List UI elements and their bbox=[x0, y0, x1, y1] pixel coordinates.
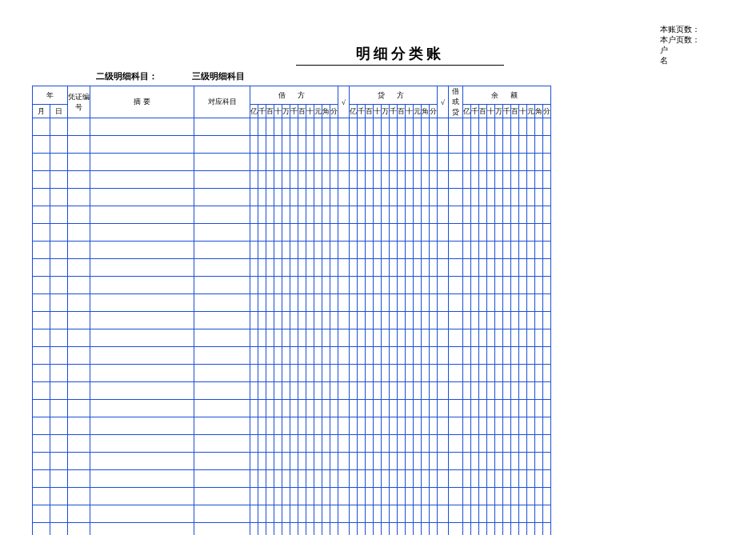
cell-debit-digit[interactable] bbox=[322, 382, 330, 400]
cell-voucher[interactable] bbox=[68, 224, 90, 242]
cell-balance-digit[interactable] bbox=[527, 312, 535, 329]
cell-debit-digit[interactable] bbox=[274, 523, 282, 536]
cell-debit-digit[interactable] bbox=[330, 206, 338, 224]
cell-check[interactable] bbox=[438, 329, 449, 347]
cell-voucher[interactable] bbox=[68, 453, 90, 470]
cell-debit-digit[interactable] bbox=[274, 136, 282, 154]
cell-credit-digit[interactable] bbox=[422, 347, 430, 365]
cell-balance-digit[interactable] bbox=[519, 171, 527, 189]
cell-debit-digit[interactable] bbox=[290, 435, 298, 453]
cell-drcr[interactable] bbox=[449, 294, 463, 312]
cell-check[interactable] bbox=[438, 347, 449, 365]
cell-debit-digit[interactable] bbox=[282, 206, 290, 224]
cell-debit-digit[interactable] bbox=[290, 453, 298, 470]
cell-credit-digit[interactable] bbox=[406, 224, 414, 242]
cell-check[interactable] bbox=[438, 242, 449, 259]
cell-check[interactable] bbox=[338, 453, 350, 470]
cell-credit-digit[interactable] bbox=[422, 136, 430, 154]
cell-debit-digit[interactable] bbox=[266, 523, 274, 536]
cell-credit-digit[interactable] bbox=[382, 259, 390, 277]
cell-debit-digit[interactable] bbox=[330, 118, 338, 136]
cell-credit-digit[interactable] bbox=[406, 347, 414, 365]
cell-check[interactable] bbox=[338, 435, 350, 453]
cell-balance-digit[interactable] bbox=[479, 277, 487, 294]
cell-debit-digit[interactable] bbox=[250, 470, 258, 488]
cell-credit-digit[interactable] bbox=[398, 365, 406, 382]
cell-debit-digit[interactable] bbox=[306, 329, 314, 347]
cell-credit-digit[interactable] bbox=[406, 505, 414, 523]
cell-debit-digit[interactable] bbox=[314, 277, 322, 294]
cell-debit-digit[interactable] bbox=[298, 206, 306, 224]
cell-voucher[interactable] bbox=[68, 118, 90, 136]
cell-debit-digit[interactable] bbox=[298, 488, 306, 505]
cell-credit-digit[interactable] bbox=[382, 365, 390, 382]
cell-debit-digit[interactable] bbox=[274, 347, 282, 365]
cell-balance-digit[interactable] bbox=[543, 400, 551, 417]
cell-balance-digit[interactable] bbox=[479, 294, 487, 312]
cell-balance-digit[interactable] bbox=[543, 224, 551, 242]
cell-credit-digit[interactable] bbox=[350, 136, 358, 154]
cell-credit-digit[interactable] bbox=[382, 118, 390, 136]
cell-check[interactable] bbox=[338, 505, 350, 523]
cell-credit-digit[interactable] bbox=[382, 206, 390, 224]
cell-credit-digit[interactable] bbox=[414, 435, 422, 453]
cell-credit-digit[interactable] bbox=[374, 189, 382, 206]
cell-voucher[interactable] bbox=[68, 400, 90, 417]
cell-debit-digit[interactable] bbox=[274, 154, 282, 171]
cell-debit-digit[interactable] bbox=[314, 329, 322, 347]
cell-balance-digit[interactable] bbox=[503, 259, 511, 277]
cell-drcr[interactable] bbox=[449, 417, 463, 435]
cell-credit-digit[interactable] bbox=[414, 453, 422, 470]
cell-balance-digit[interactable] bbox=[543, 505, 551, 523]
cell-debit-digit[interactable] bbox=[282, 154, 290, 171]
cell-debit-digit[interactable] bbox=[306, 136, 314, 154]
cell-credit-digit[interactable] bbox=[390, 488, 398, 505]
cell-debit-digit[interactable] bbox=[314, 154, 322, 171]
cell-credit-digit[interactable] bbox=[430, 523, 438, 536]
cell-balance-digit[interactable] bbox=[495, 365, 503, 382]
cell-balance-digit[interactable] bbox=[519, 435, 527, 453]
cell-debit-digit[interactable] bbox=[290, 382, 298, 400]
cell-credit-digit[interactable] bbox=[374, 453, 382, 470]
cell-debit-digit[interactable] bbox=[266, 259, 274, 277]
cell-balance-digit[interactable] bbox=[519, 224, 527, 242]
cell-balance-digit[interactable] bbox=[479, 400, 487, 417]
cell-debit-digit[interactable] bbox=[306, 242, 314, 259]
cell-credit-digit[interactable] bbox=[382, 224, 390, 242]
cell-credit-digit[interactable] bbox=[430, 435, 438, 453]
cell-debit-digit[interactable] bbox=[306, 259, 314, 277]
cell-balance-digit[interactable] bbox=[463, 224, 471, 242]
cell-balance-digit[interactable] bbox=[471, 453, 479, 470]
cell-debit-digit[interactable] bbox=[250, 224, 258, 242]
cell-credit-digit[interactable] bbox=[390, 417, 398, 435]
cell-credit-digit[interactable] bbox=[358, 189, 366, 206]
cell-credit-digit[interactable] bbox=[398, 523, 406, 536]
cell-subject[interactable] bbox=[194, 417, 250, 435]
cell-credit-digit[interactable] bbox=[390, 523, 398, 536]
cell-balance-digit[interactable] bbox=[487, 154, 495, 171]
cell-voucher[interactable] bbox=[68, 312, 90, 329]
cell-credit-digit[interactable] bbox=[406, 171, 414, 189]
cell-balance-digit[interactable] bbox=[503, 470, 511, 488]
cell-debit-digit[interactable] bbox=[322, 277, 330, 294]
cell-balance-digit[interactable] bbox=[503, 136, 511, 154]
cell-drcr[interactable] bbox=[449, 329, 463, 347]
cell-balance-digit[interactable] bbox=[471, 382, 479, 400]
cell-balance-digit[interactable] bbox=[503, 400, 511, 417]
cell-balance-digit[interactable] bbox=[543, 242, 551, 259]
cell-balance-digit[interactable] bbox=[503, 417, 511, 435]
cell-credit-digit[interactable] bbox=[382, 242, 390, 259]
cell-balance-digit[interactable] bbox=[535, 347, 543, 365]
cell-credit-digit[interactable] bbox=[422, 189, 430, 206]
cell-balance-digit[interactable] bbox=[479, 365, 487, 382]
cell-balance-digit[interactable] bbox=[527, 118, 535, 136]
cell-month[interactable] bbox=[33, 365, 50, 382]
cell-day[interactable] bbox=[50, 435, 68, 453]
cell-credit-digit[interactable] bbox=[366, 329, 374, 347]
cell-balance-digit[interactable] bbox=[519, 382, 527, 400]
cell-balance-digit[interactable] bbox=[463, 312, 471, 329]
cell-summary[interactable] bbox=[90, 136, 194, 154]
cell-subject[interactable] bbox=[194, 206, 250, 224]
cell-subject[interactable] bbox=[194, 488, 250, 505]
cell-balance-digit[interactable] bbox=[471, 206, 479, 224]
